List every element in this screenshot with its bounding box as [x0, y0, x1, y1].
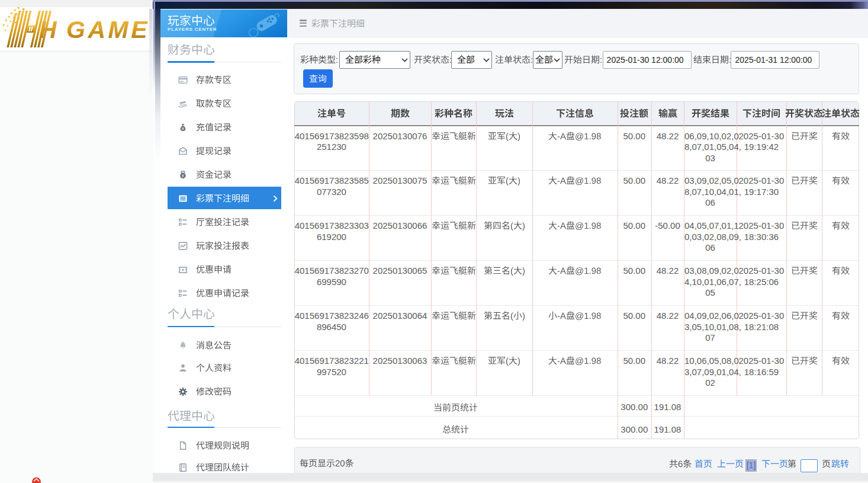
svg-text:GAME: GAME	[66, 16, 150, 43]
svg-text:H: H	[39, 16, 57, 43]
